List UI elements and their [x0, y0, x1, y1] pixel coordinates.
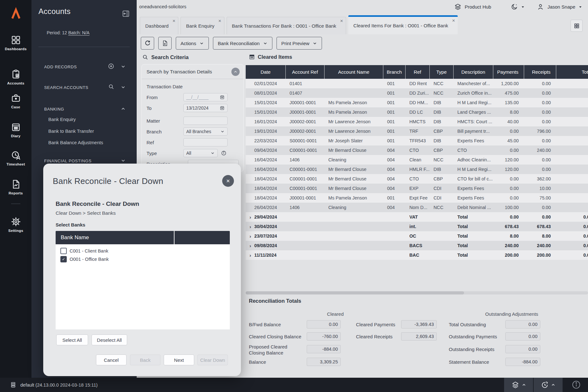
calendar-icon[interactable]: [220, 105, 225, 111]
product-hub-link[interactable]: Product Hub: [465, 4, 491, 10]
table-row[interactable]: 15/01/2024J00001-0001Ms Pamela Jenson001…: [246, 107, 588, 117]
column-header[interactable]: Description: [454, 65, 493, 79]
tab-dashboard[interactable]: Dashboard ✕: [140, 17, 178, 34]
table-row[interactable]: 02/01/202401401001DD RentNCCManchester o…: [246, 79, 588, 88]
sidebar-item-bank-enquiry[interactable]: Bank Enquiry: [48, 117, 76, 122]
chevron-right-icon[interactable]: ›: [250, 224, 251, 229]
column-header[interactable]: Ref: [406, 65, 430, 79]
back-button[interactable]: Back: [130, 355, 161, 365]
bank-row-office[interactable]: ✓ O001 - Office Bank: [56, 255, 230, 263]
chevron-down-icon[interactable]: [120, 84, 126, 90]
column-header[interactable]: Total: [556, 65, 588, 79]
column-header[interactable]: Payments: [493, 65, 524, 79]
table-row[interactable]: 26/04/20241406Cleaning004Nom D...NCCDebi…: [246, 203, 588, 212]
product-hub-layers-icon[interactable]: [454, 3, 462, 10]
bank-reconciliation-dropdown[interactable]: Bank Reconciliation: [213, 37, 272, 50]
chevron-up-icon[interactable]: [120, 106, 126, 112]
group-row[interactable]: ›23/07/2024OCTotal8.008.000.00: [246, 231, 588, 241]
tab-bank-transactions[interactable]: Bank Transactions For Bank : O001 - Offi…: [227, 17, 346, 34]
section-banking[interactable]: BANKING: [44, 107, 64, 112]
plus-circle-icon[interactable]: [108, 63, 114, 70]
select-all-button[interactable]: Select All: [56, 335, 88, 345]
batch-link[interactable]: Batch: N/A: [68, 30, 90, 35]
chevron-down-icon[interactable]: [120, 64, 126, 69]
table-row[interactable]: 15/01/2024J00001-0001Ms Pamela Jenson001…: [246, 98, 588, 107]
chevron-down-icon[interactable]: [578, 5, 582, 9]
sidebar-item-settings[interactable]: Settings: [0, 217, 31, 233]
column-header[interactable]: Date: [246, 65, 286, 79]
column-header[interactable]: Branch: [383, 65, 406, 79]
close-icon[interactable]: ✕: [172, 19, 175, 23]
close-icon[interactable]: ✕: [218, 19, 222, 23]
search-icon[interactable]: [108, 84, 114, 90]
section-search-accounts[interactable]: SEARCH ACCOUNTS: [44, 85, 88, 90]
branch-select[interactable]: All Branches: [183, 127, 228, 136]
info-icon[interactable]: [221, 150, 227, 156]
scrollbar-thumb[interactable]: [246, 291, 464, 294]
table-row[interactable]: 18/04/2024C00001-0001Mr Bernard Clouse00…: [246, 174, 588, 184]
table-row[interactable]: 16/04/20241406Cleaning004CleanNCCAdhoc C…: [246, 155, 588, 165]
info-icon[interactable]: [571, 380, 581, 389]
chevron-right-icon[interactable]: ›: [250, 214, 251, 220]
clear-down-button[interactable]: Clear Down: [197, 355, 228, 365]
table-row[interactable]: 09/04/2024C00001-0001Mr Bernard Clouse00…: [246, 145, 588, 155]
sidebar-item-bank-balance-adjustments[interactable]: Bank Balance Adjustments: [48, 140, 103, 145]
close-icon[interactable]: ✕: [340, 19, 343, 23]
table-row[interactable]: 22/03/2024S00001-0001Mr Joseph Slater001…: [246, 136, 588, 145]
tab-cleared-items[interactable]: Cleared Items For Bank : O001 - Office B…: [348, 15, 458, 34]
sidebar-item-diary[interactable]: Diary: [0, 122, 31, 138]
checkbox-checked-icon[interactable]: ✓: [60, 256, 67, 262]
table-row[interactable]: 19/01/2024J00002-0001Mr Lawrence Jenson0…: [246, 126, 588, 136]
sidebar-item-timesheet[interactable]: Timesheet: [0, 150, 31, 166]
column-header[interactable]: Account Name: [325, 65, 383, 79]
group-row[interactable]: ›30/04/2024int.Total678.43678.430.00: [246, 222, 588, 231]
group-row[interactable]: ›11/11/2024BACTotal200.00200.000.00: [246, 250, 588, 260]
chevron-right-icon[interactable]: ›: [250, 243, 251, 248]
next-button[interactable]: Next: [164, 355, 194, 365]
column-header[interactable]: Receipts: [524, 65, 556, 79]
table-row[interactable]: 16/04/2024C00001-0001Mr Bernard Clouse00…: [246, 165, 588, 174]
column-header[interactable]: Type: [430, 65, 454, 79]
history-panel-button[interactable]: [534, 378, 563, 392]
table-row[interactable]: 08/01/202401407001DD Zuri...NCCZurich Of…: [246, 88, 588, 98]
sidebar-item-bank-to-bank-transfer[interactable]: Bank to Bank Transfer: [48, 129, 94, 134]
type-select[interactable]: All: [183, 149, 218, 157]
group-row[interactable]: ›29/04/2024VATTotal0.000.000.00: [246, 212, 588, 222]
layers-panel-button[interactable]: [504, 378, 533, 392]
sidebar-item-dashboards[interactable]: Dashboards: [0, 35, 31, 51]
section-financial-postings[interactable]: FINANCIAL POSTINGS: [44, 159, 92, 163]
chevron-right-icon[interactable]: ›: [250, 233, 251, 239]
close-icon[interactable]: ✕: [452, 18, 455, 23]
table-row[interactable]: 16/01/2024J00002-0001Mr Lawrence Jenson0…: [246, 117, 588, 126]
table-row[interactable]: 18/04/2024J00001-0001Ms Pamela Jenson001…: [246, 193, 588, 203]
refresh-button[interactable]: [141, 37, 154, 50]
collapse-panel-icon[interactable]: [122, 10, 130, 18]
user-avatar-icon[interactable]: [537, 3, 544, 10]
actions-dropdown[interactable]: Actions: [176, 37, 209, 50]
print-preview-dropdown[interactable]: Print Preview: [277, 37, 322, 50]
column-header[interactable]: Account Ref: [286, 65, 325, 79]
layout-grid-button[interactable]: [571, 20, 583, 32]
chevron-down-icon[interactable]: [120, 158, 126, 163]
ref-input[interactable]: [183, 138, 228, 146]
modal-close-button[interactable]: ✕: [222, 175, 234, 187]
checkbox-unchecked-icon[interactable]: [60, 248, 67, 254]
from-date-input[interactable]: __/__/____: [183, 93, 228, 101]
calendar-icon[interactable]: [220, 95, 225, 100]
chevron-down-icon[interactable]: [521, 5, 525, 9]
matter-input[interactable]: [183, 117, 228, 125]
user-name[interactable]: Jason Snape: [547, 4, 575, 10]
bank-row-client[interactable]: C001 - Client Bank: [56, 247, 230, 255]
table-row[interactable]: 18/04/2024C00001-0001Mr Bernard Clouse00…: [246, 184, 588, 193]
section-add-records[interactable]: ADD RECORDS: [44, 64, 77, 69]
export-excel-button[interactable]: [158, 37, 172, 50]
horizontal-scrollbar[interactable]: [246, 291, 588, 294]
sidebar-item-accounts[interactable]: Accounts: [0, 69, 31, 85]
sidebar-item-reports[interactable]: Reports: [0, 179, 31, 195]
chevron-right-icon[interactable]: ›: [250, 253, 251, 258]
collapse-section-button[interactable]: [231, 68, 240, 76]
to-date-input[interactable]: 13/12/2024: [183, 104, 228, 112]
dark-mode-moon-icon[interactable]: [511, 3, 518, 10]
group-row[interactable]: ›09/08/2024BACSTotal240.00240.000.00: [246, 241, 588, 250]
deselect-all-button[interactable]: Deselect All: [92, 335, 127, 345]
